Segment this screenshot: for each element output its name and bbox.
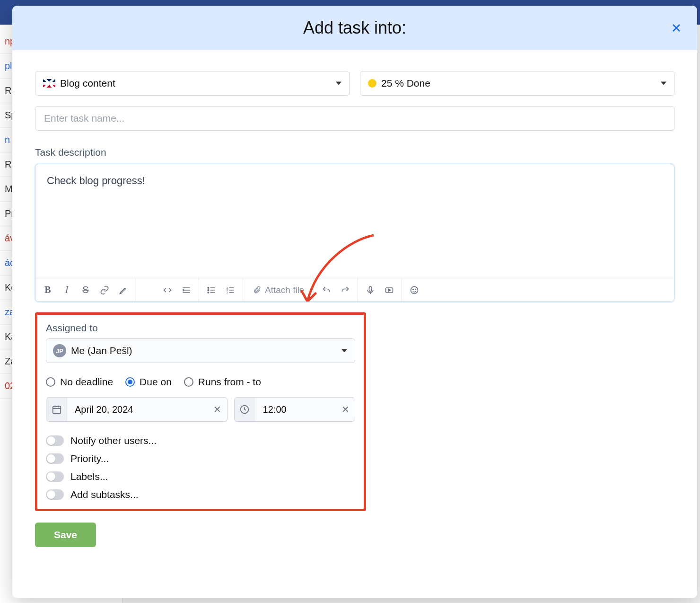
avatar: JP [53, 344, 66, 357]
assignee-name: Me (Jan Pešl) [71, 345, 132, 356]
radio-no-deadline-label: No deadline [60, 376, 113, 388]
radio-due-on[interactable]: Due on [125, 376, 172, 388]
assignment-highlight-box: Assigned to JP Me (Jan Pešl) No deadline… [35, 312, 366, 511]
list-ol-icon: 123 [226, 285, 235, 295]
description-editor: Check blog progress! B I S [35, 164, 674, 302]
svg-rect-6 [369, 286, 372, 291]
highlight-button[interactable] [114, 279, 133, 302]
pencil-icon [119, 285, 128, 295]
modal-header: Add task into: [12, 6, 697, 50]
clock-icon-box [235, 398, 255, 421]
undo-button[interactable] [317, 279, 336, 302]
project-select[interactable]: Blog content [35, 71, 350, 96]
bold-button[interactable]: B [38, 279, 57, 302]
toggles-section: Notify other users... Priority... Labels… [46, 435, 355, 500]
calendar-icon [52, 404, 62, 415]
toggle-priority-label: Priority... [70, 453, 109, 464]
toggle-priority[interactable]: Priority... [46, 453, 355, 464]
code-button[interactable] [158, 279, 177, 302]
svg-rect-11 [52, 407, 61, 414]
clear-date-button[interactable]: ✕ [208, 404, 227, 415]
date-value: April 20, 2024 [67, 404, 208, 415]
close-icon [671, 22, 682, 34]
svg-point-0 [208, 287, 209, 288]
description-textarea[interactable]: Check blog progress! [35, 164, 674, 278]
radio-runs-from-to[interactable]: Runs from - to [184, 376, 261, 388]
modal-body: Blog content 25 % Done Task description … [12, 50, 697, 598]
svg-point-8 [411, 286, 418, 293]
undo-icon [322, 285, 331, 295]
strikethrough-button[interactable]: S [76, 279, 95, 302]
radio-icon [125, 377, 135, 387]
datetime-row: April 20, 2024 ✕ 12:00 ✕ [46, 397, 355, 422]
assignee-select[interactable]: JP Me (Jan Pešl) [46, 338, 355, 363]
clock-icon [239, 404, 250, 415]
toggle-subtasks[interactable]: Add subtasks... [46, 489, 355, 500]
toggle-notify-label: Notify other users... [70, 435, 157, 446]
chevron-down-icon [336, 82, 341, 85]
save-button[interactable]: Save [35, 523, 96, 547]
indent-icon [182, 285, 191, 295]
video-icon [385, 285, 394, 295]
toggle-switch [46, 435, 64, 446]
indent-button[interactable] [177, 279, 196, 302]
time-value: 12:00 [255, 404, 336, 415]
modal-overlay: Add task into: Blog content 25 % Done [0, 0, 700, 603]
redo-button[interactable] [336, 279, 355, 302]
paperclip-icon [253, 286, 261, 294]
toggle-switch [46, 489, 64, 500]
clear-time-button[interactable]: ✕ [336, 404, 355, 415]
italic-button[interactable]: I [57, 279, 76, 302]
status-select-label: 25 % Done [381, 78, 430, 89]
radio-icon [46, 377, 55, 387]
radio-no-deadline[interactable]: No deadline [46, 376, 113, 388]
toggle-labels[interactable]: Labels... [46, 471, 355, 482]
link-icon [100, 285, 109, 295]
ordered-list-button[interactable]: 123 [221, 279, 240, 302]
quote-icon [144, 285, 153, 295]
project-status-row: Blog content 25 % Done [35, 71, 674, 96]
description-label: Task description [35, 147, 674, 158]
svg-text:3: 3 [227, 291, 228, 293]
toggle-labels-label: Labels... [70, 471, 108, 482]
toggle-notify[interactable]: Notify other users... [46, 435, 355, 446]
microphone-button[interactable] [361, 279, 380, 302]
project-select-label: Blog content [60, 78, 115, 89]
time-field[interactable]: 12:00 ✕ [234, 397, 355, 422]
svg-point-2 [208, 292, 209, 293]
uk-flag-icon [43, 79, 55, 88]
redo-icon [341, 285, 350, 295]
video-button[interactable] [380, 279, 399, 302]
date-field[interactable]: April 20, 2024 ✕ [46, 397, 228, 422]
close-button[interactable] [670, 21, 683, 35]
chevron-down-icon [341, 349, 347, 353]
deadline-radio-group: No deadline Due on Runs from - to [46, 376, 355, 388]
attach-file-button[interactable]: Attach file [246, 285, 311, 295]
svg-point-1 [208, 289, 209, 291]
code-icon [163, 285, 172, 295]
assigned-to-label: Assigned to [46, 322, 355, 334]
radio-due-on-label: Due on [140, 376, 172, 388]
attach-file-label: Attach file [265, 285, 304, 295]
radio-icon [184, 377, 193, 387]
status-select[interactable]: 25 % Done [360, 71, 674, 96]
unordered-list-button[interactable] [202, 279, 221, 302]
toggle-switch [46, 471, 64, 482]
add-task-modal: Add task into: Blog content 25 % Done [12, 6, 697, 598]
task-name-input[interactable] [35, 106, 674, 131]
svg-point-9 [413, 289, 414, 290]
emoji-button[interactable] [405, 279, 424, 302]
modal-title: Add task into: [303, 18, 406, 38]
link-button[interactable] [95, 279, 114, 302]
radio-range-label: Runs from - to [198, 376, 261, 388]
microphone-icon [366, 285, 375, 295]
status-dot-icon [368, 79, 376, 88]
calendar-icon-box [46, 398, 67, 421]
list-ul-icon [207, 285, 216, 295]
emoji-icon [410, 285, 419, 295]
toggle-switch [46, 453, 64, 464]
chevron-down-icon [661, 82, 666, 85]
toggle-subtasks-label: Add subtasks... [70, 489, 139, 500]
editor-toolbar: B I S 123 [35, 278, 674, 302]
quote-button[interactable] [139, 279, 158, 302]
